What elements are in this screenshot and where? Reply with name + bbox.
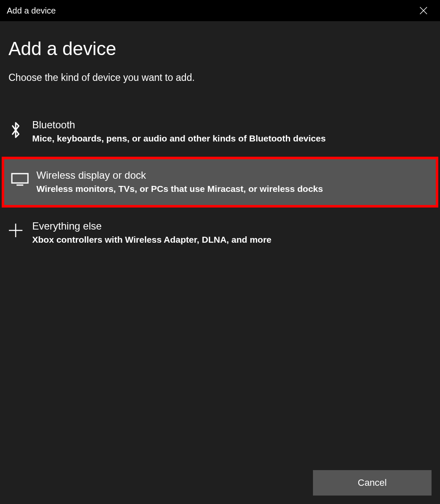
highlight-box: Wireless display or dock Wireless monito… [2,157,438,207]
option-title: Everything else [32,220,432,232]
svg-rect-2 [12,174,28,183]
plus-icon [4,220,27,239]
monitor-icon [8,169,31,186]
option-bluetooth[interactable]: Bluetooth Mice, keyboards, pens, or audi… [0,109,440,154]
option-text: Wireless display or dock Wireless monito… [31,169,427,194]
dialog-content: Add a device Choose the kind of device y… [0,21,440,504]
option-wireless-display[interactable]: Wireless display or dock Wireless monito… [4,159,436,205]
option-text: Bluetooth Mice, keyboards, pens, or audi… [27,119,432,144]
page-subtitle: Choose the kind of device you want to ad… [0,72,440,109]
main-area: Add a device Choose the kind of device y… [0,21,440,462]
page-title: Add a device [0,38,440,72]
titlebar: Add a device [0,0,440,21]
option-title: Wireless display or dock [36,169,427,181]
close-button[interactable] [414,1,433,20]
footer: Cancel [0,462,440,504]
bluetooth-icon [4,119,27,139]
close-icon [419,6,428,15]
titlebar-title: Add a device [7,6,56,16]
option-desc: Xbox controllers with Wireless Adapter, … [32,234,432,245]
option-text: Everything else Xbox controllers with Wi… [27,220,432,245]
option-title: Bluetooth [32,119,432,131]
option-everything-else[interactable]: Everything else Xbox controllers with Wi… [0,210,440,255]
cancel-button[interactable]: Cancel [313,470,432,496]
option-desc: Mice, keyboards, pens, or audio and othe… [32,133,432,144]
option-desc: Wireless monitors, TVs, or PCs that use … [36,183,427,194]
